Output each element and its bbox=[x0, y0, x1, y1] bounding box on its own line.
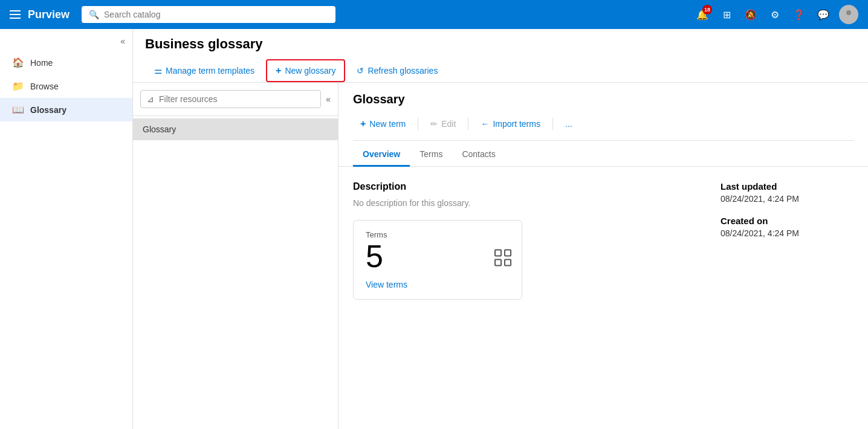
hamburger-menu[interactable] bbox=[10, 10, 21, 19]
terms-grid-icon bbox=[494, 249, 512, 271]
toolbar-separator-3 bbox=[552, 118, 553, 130]
filter-input[interactable] bbox=[159, 94, 314, 104]
plus-icon: + bbox=[276, 65, 281, 76]
user-avatar[interactable] bbox=[839, 5, 858, 24]
import-icon: ← bbox=[481, 119, 489, 129]
tab-overview[interactable]: Overview bbox=[353, 143, 410, 167]
svg-point-1 bbox=[844, 16, 853, 21]
import-terms-button[interactable]: ← Import terms bbox=[473, 115, 548, 132]
filter-icon: ⊿ bbox=[147, 94, 154, 104]
sidebar-item-browse-label: Browse bbox=[30, 82, 59, 91]
app-brand: Purview bbox=[28, 8, 70, 21]
search-bar: 🔍 bbox=[82, 6, 335, 23]
resource-item-glossary[interactable]: Glossary bbox=[133, 118, 338, 140]
notification-badge: 18 bbox=[702, 5, 712, 15]
top-navigation: Purview 🔍 🔔 18 ⊞ 🔕 ⚙ ❓ 💬 bbox=[0, 0, 868, 29]
last-updated-label: Last updated bbox=[721, 181, 853, 192]
sidebar-collapse-button[interactable]: « bbox=[120, 36, 125, 46]
main-content: Business glossary ⚌ Manage term template… bbox=[133, 29, 868, 429]
refresh-icon: ↺ bbox=[357, 66, 364, 76]
panel-collapse-icon[interactable]: « bbox=[326, 94, 331, 104]
terms-card-label: Terms bbox=[366, 230, 510, 239]
resource-item-glossary-label: Glossary bbox=[143, 124, 176, 134]
tab-contacts-label: Contacts bbox=[462, 149, 495, 159]
help-button[interactable]: ❓ bbox=[788, 4, 810, 25]
terms-card-count: 5 bbox=[366, 239, 510, 274]
grid-button[interactable]: ⊞ bbox=[716, 4, 737, 25]
detail-toolbar: + New term ✏ Edit ← Import terms bbox=[353, 115, 853, 141]
new-term-button[interactable]: + New term bbox=[353, 115, 413, 133]
sidebar-item-glossary-label: Glossary bbox=[30, 105, 66, 115]
description-value: No description for this glossary. bbox=[353, 198, 696, 208]
page-title: Business glossary bbox=[145, 36, 856, 52]
bell-button[interactable]: 🔕 bbox=[740, 4, 762, 25]
detail-left-section: Description No description for this glos… bbox=[353, 181, 696, 300]
detail-title: Glossary bbox=[353, 92, 853, 106]
more-options-button[interactable]: ... bbox=[558, 115, 580, 132]
manage-templates-label: Manage term templates bbox=[166, 66, 254, 76]
resource-filter-bar: ⊿ « bbox=[133, 83, 338, 116]
new-term-label: New term bbox=[369, 119, 406, 129]
refresh-glossaries-label: Refresh glossaries bbox=[368, 66, 438, 76]
overview-body: Description No description for this glos… bbox=[338, 167, 868, 314]
terms-card: Terms 5 View terms bbox=[353, 220, 522, 300]
toolbar-separator-1 bbox=[418, 118, 418, 130]
tab-terms[interactable]: Terms bbox=[410, 143, 452, 167]
nav-icon-group: 🔔 18 ⊞ 🔕 ⚙ ❓ 💬 bbox=[691, 4, 858, 25]
more-icon: ... bbox=[565, 119, 572, 129]
sidebar-item-glossary[interactable]: 📖 Glossary bbox=[0, 98, 132, 121]
new-glossary-label: New glossary bbox=[285, 66, 335, 76]
created-on-label: Created on bbox=[721, 216, 853, 226]
edit-label: Edit bbox=[441, 119, 456, 129]
resource-panel: ⊿ « Glossary bbox=[133, 83, 338, 429]
filter-input-wrapper: ⊿ bbox=[140, 90, 321, 108]
search-icon: 🔍 bbox=[89, 10, 99, 19]
svg-point-0 bbox=[846, 10, 851, 15]
svg-rect-5 bbox=[505, 260, 511, 266]
sidebar: « 🏠 Home 📁 Browse 📖 Glossary bbox=[0, 29, 133, 429]
browse-icon: 📁 bbox=[12, 80, 24, 92]
sidebar-collapse-area: « bbox=[0, 34, 132, 51]
sidebar-item-home[interactable]: 🏠 Home bbox=[0, 51, 132, 74]
detail-right-section: Last updated 08/24/2021, 4:24 PM Created… bbox=[721, 181, 853, 300]
settings-button[interactable]: ⚙ bbox=[764, 4, 786, 25]
home-icon: 🏠 bbox=[12, 57, 24, 68]
edit-button[interactable]: ✏ Edit bbox=[423, 115, 463, 132]
manage-templates-icon: ⚌ bbox=[154, 65, 162, 76]
manage-templates-button[interactable]: ⚌ Manage term templates bbox=[145, 60, 264, 82]
glossary-icon: 📖 bbox=[12, 104, 24, 115]
view-terms-link[interactable]: View terms bbox=[366, 280, 407, 289]
feedback-button[interactable]: 💬 bbox=[812, 4, 834, 25]
new-glossary-button[interactable]: + New glossary bbox=[266, 59, 345, 82]
detail-panel: Glossary + New term ✏ Edit ← bbox=[338, 83, 868, 429]
toolbar-separator-2 bbox=[468, 118, 468, 130]
svg-rect-4 bbox=[495, 260, 501, 266]
notifications-button[interactable]: 🔔 18 bbox=[691, 4, 713, 25]
content-split: ⊿ « Glossary Glossary + bbox=[133, 83, 868, 429]
refresh-glossaries-button[interactable]: ↺ Refresh glossaries bbox=[348, 60, 447, 81]
resource-list: Glossary bbox=[133, 116, 338, 143]
tab-terms-label: Terms bbox=[419, 149, 442, 159]
sidebar-item-home-label: Home bbox=[30, 58, 53, 68]
import-terms-label: Import terms bbox=[493, 119, 540, 129]
detail-tabs: Overview Terms Contacts bbox=[338, 143, 868, 167]
detail-header: Glossary + New term ✏ Edit ← bbox=[338, 83, 868, 141]
toolbar-actions: ⚌ Manage term templates + New glossary ↺… bbox=[145, 59, 856, 82]
search-input[interactable] bbox=[104, 10, 328, 19]
svg-rect-3 bbox=[505, 250, 511, 256]
sidebar-item-browse[interactable]: 📁 Browse bbox=[0, 74, 132, 98]
created-on-value: 08/24/2021, 4:24 PM bbox=[721, 228, 853, 238]
tab-overview-label: Overview bbox=[363, 149, 400, 159]
page-toolbar: Business glossary ⚌ Manage term template… bbox=[133, 29, 868, 83]
edit-icon: ✏ bbox=[430, 119, 438, 129]
tab-contacts[interactable]: Contacts bbox=[452, 143, 505, 167]
last-updated-value: 08/24/2021, 4:24 PM bbox=[721, 194, 853, 204]
new-term-plus-icon: + bbox=[360, 118, 366, 129]
svg-rect-2 bbox=[495, 250, 501, 256]
description-label: Description bbox=[353, 181, 696, 192]
